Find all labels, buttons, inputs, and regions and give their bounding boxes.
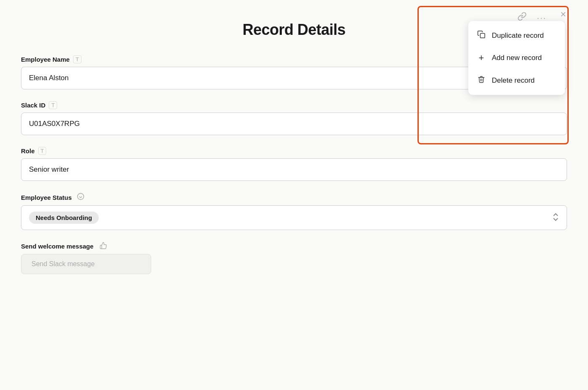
status-badge: Needs Onboarding [29,212,99,224]
status-select-icon [77,193,84,202]
more-options-button[interactable]: ··· [535,11,548,24]
slack-id-input[interactable] [21,113,567,135]
type-indicator-role: T [38,147,47,155]
thumb-icon [100,242,107,251]
dropdown-item-delete[interactable]: Delete record [468,69,565,92]
dropdown-item-duplicate-label: Duplicate record [492,31,544,40]
role-input[interactable] [21,158,567,181]
field-label-role: Role T [21,147,567,155]
dropdown-item-duplicate[interactable]: Duplicate record [468,24,565,47]
field-label-send-welcome: Send welcome message [21,242,567,251]
svg-point-1 [77,194,84,200]
field-group-role: Role T [21,147,567,181]
field-group-employee-status: Employee Status Needs Onboarding [21,193,567,230]
field-group-send-welcome: Send welcome message Send Slack message [21,242,567,274]
duplicate-icon [477,30,486,41]
employee-status-select[interactable]: Needs Onboarding [21,205,567,230]
svg-rect-0 [480,34,485,38]
field-group-slack-id: Slack ID T [21,101,567,135]
dropdown-item-delete-label: Delete record [492,76,535,85]
field-label-employee-status: Employee Status [21,193,567,202]
type-indicator-employee-name: T [73,55,81,63]
dropdown-item-add-label: Add new record [492,54,542,62]
field-label-slack-id: Slack ID T [21,101,567,109]
modal-container: ··· × Duplicate record + Add new record [0,0,588,390]
dropdown-item-add[interactable]: + Add new record [468,47,565,69]
chevron-updown-icon [552,213,559,223]
toolbar-area: ··· [516,10,548,25]
plus-icon: + [477,52,486,63]
type-indicator-slack-id: T [49,101,57,109]
link-icon-button[interactable] [516,10,528,25]
close-button[interactable]: × [560,9,566,19]
send-slack-message-button[interactable]: Send Slack message [21,254,151,274]
trash-icon [477,75,486,86]
dropdown-menu: Duplicate record + Add new record Delete… [468,21,565,95]
